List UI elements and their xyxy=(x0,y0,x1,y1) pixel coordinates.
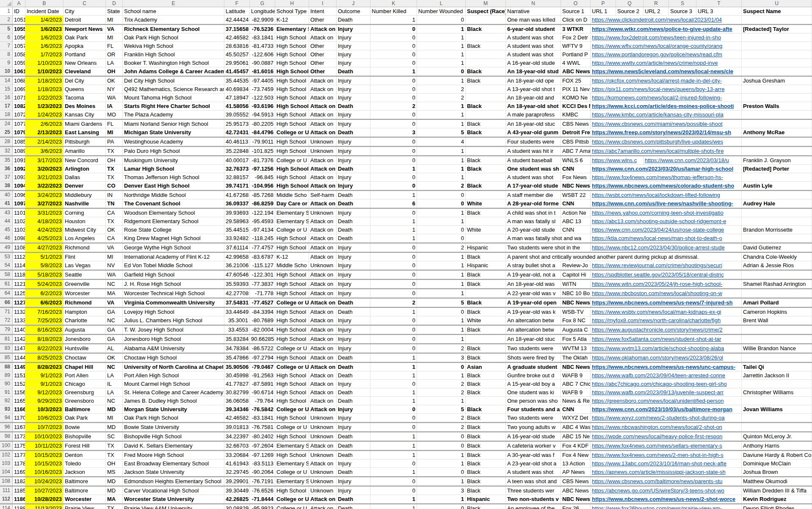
header-cell-city[interactable]: City xyxy=(64,7,106,16)
cell-narrative[interactable]: A man was fatally sl xyxy=(506,217,561,226)
cell-intent[interactable]: Other xyxy=(309,42,337,50)
cell-longitude[interactable]: -115.127 xyxy=(250,261,275,270)
cell-incident-date[interactable]: 3/27/2023 xyxy=(25,199,64,208)
cell-intent[interactable]: Attack on xyxy=(309,271,337,279)
cell-city[interactable]: Amarillo xyxy=(64,147,106,155)
cell-intent[interactable]: Attack on xyxy=(309,156,337,165)
column-header-c[interactable]: C xyxy=(64,0,106,7)
cell-id[interactable]: 1059 xyxy=(13,59,25,67)
row-number[interactable]: 85 xyxy=(0,354,13,362)
row-number[interactable]: 58 xyxy=(0,271,13,279)
cell-suspect-name[interactable]: Daviune Hardy & Robert Co xyxy=(742,451,812,459)
cell-narrative[interactable]: A 23-year-old shot a xyxy=(506,459,561,468)
cell-narrative[interactable]: A 22-year-old was v xyxy=(506,289,561,298)
cell-number-killed[interactable]: 3 xyxy=(370,128,417,137)
cell-longitude[interactable]: -73.7459 xyxy=(250,85,275,94)
cell-narrative[interactable]: A student was shot xyxy=(506,42,561,50)
cell-state[interactable]: GA xyxy=(106,335,123,343)
cell-city[interactable]: Midwest City xyxy=(64,226,106,234)
cell-outcome[interactable]: Injury xyxy=(337,173,370,182)
cell-narrative[interactable]: A student was shot xyxy=(506,173,561,182)
column-header-q[interactable]: Q xyxy=(616,0,644,7)
cell-school-type[interactable]: High School xyxy=(275,243,309,252)
cell-school-type[interactable]: College or U xyxy=(275,468,309,476)
cell-state[interactable]: FL xyxy=(106,42,123,50)
cell-school-type[interactable]: Elementary S xyxy=(275,209,309,217)
cell-number-wounded[interactable]: 5 xyxy=(417,128,466,137)
cell-intent[interactable]: Attack on xyxy=(309,354,337,362)
cell-incident-date[interactable]: 10/6/2023 xyxy=(25,414,64,422)
cell-number-killed[interactable]: 0 xyxy=(370,94,417,102)
cell-incident-date[interactable]: 5/24/2023 xyxy=(25,280,64,288)
cell-outcome[interactable]: Injury xyxy=(337,326,370,334)
cell-number-wounded[interactable]: 1 xyxy=(417,271,466,279)
cell-source-1[interactable]: PIX 11 Nev xyxy=(561,85,591,94)
cell-url-1-link[interactable]: https://www.nbcnews.com/news/us-news/7-i… xyxy=(591,299,742,307)
cell-number-wounded[interactable]: 1 xyxy=(417,33,466,42)
cell-incident-date[interactable]: 8/18/2023 xyxy=(25,335,64,343)
cell-school-name[interactable]: Julius L. Chambers High School xyxy=(123,316,224,325)
cell-intent[interactable]: Unknown xyxy=(309,423,337,432)
cell-suspect-race[interactable] xyxy=(466,289,506,298)
cell-url-1-link[interactable]: https://www.wafb.com/2023/09/13/juvenile… xyxy=(591,388,742,397)
cell-source-1[interactable]: NBC News xyxy=(561,495,591,503)
cell-number-killed[interactable]: 1 xyxy=(370,165,417,173)
header-cell-state[interactable]: State xyxy=(106,7,123,16)
cell-school-type[interactable]: High School xyxy=(275,42,309,50)
cell-narrative[interactable]: An 18-year-old stud xyxy=(506,67,561,76)
cell-url-1-link[interactable]: https://www.wafb.com/2023/09/04/teen-arr… xyxy=(591,371,742,380)
cell-outcome[interactable]: Death xyxy=(337,397,370,405)
cell-intent[interactable]: Attack on xyxy=(309,253,337,261)
cell-outcome[interactable]: Injury xyxy=(337,380,370,388)
cell-school-name[interactable]: Morgan State University xyxy=(123,405,224,414)
cell-suspect-race[interactable]: Black xyxy=(466,405,506,414)
cell-longitude[interactable]: -97.1269 xyxy=(250,451,275,459)
cell-number-wounded[interactable]: 1 xyxy=(417,120,466,128)
cell-outcome[interactable]: Injury xyxy=(337,138,370,146)
cell-id[interactable]: 1057 xyxy=(13,42,25,50)
cell-url-1-link[interactable]: https://www.nbcnews.com/news/us-news/2-s… xyxy=(591,495,742,503)
cell-number-wounded[interactable]: 1 xyxy=(417,209,466,217)
cell-incident-date[interactable]: 3/22/2023 xyxy=(25,182,64,190)
cell-latitude[interactable]: 32.88157 xyxy=(224,173,250,182)
cell-state[interactable]: MA xyxy=(106,495,123,503)
cell-id[interactable]: 1185 xyxy=(13,487,25,495)
cell-narrative[interactable]: A 19-year-old, not a xyxy=(506,271,561,279)
cell-longitude[interactable]: -86.5722 xyxy=(250,344,275,353)
column-header-o[interactable]: O xyxy=(561,0,591,7)
cell-school-name[interactable]: Edmondson Heights Elementary School xyxy=(123,477,224,486)
cell-city[interactable]: Middlebury xyxy=(64,191,106,199)
cell-school-name[interactable]: Mount Tahoma High School xyxy=(123,94,224,102)
cell-id[interactable]: 1186 xyxy=(13,495,25,503)
cell-source-1[interactable]: Detroit Fre xyxy=(561,128,591,137)
cell-source-1[interactable]: KOMO Ne xyxy=(561,94,591,102)
cell-id[interactable]: 1147 xyxy=(13,344,25,353)
cell-outcome[interactable]: Injury xyxy=(337,50,370,59)
cell-narrative[interactable]: A 13-year-old shot t xyxy=(506,85,561,94)
cell-url-1-link[interactable]: https://komonews.com/news/local/2-injure… xyxy=(591,94,742,102)
cell-number-killed[interactable]: 2 xyxy=(370,299,417,307)
cell-incident-date[interactable]: 8/16/2023 xyxy=(25,326,64,334)
cell-school-type[interactable]: High School xyxy=(275,487,309,495)
cell-outcome[interactable]: Injury xyxy=(337,316,370,325)
cell-school-type[interactable]: High School xyxy=(275,33,309,42)
cell-state[interactable]: OH xyxy=(106,459,123,468)
cell-school-type[interactable]: High School xyxy=(275,147,309,155)
cell-outcome[interactable]: Death xyxy=(337,217,370,226)
cell-longitude[interactable]: -122.301 xyxy=(250,271,275,279)
cell-url-1-link[interactable]: https://abc13.com/shooting-outside-schoo… xyxy=(591,217,742,226)
cell-intent[interactable]: Attack on xyxy=(309,495,337,503)
cell-intent[interactable]: Unknown xyxy=(309,138,337,146)
cell-narrative[interactable]: A 19-year-old open xyxy=(506,299,561,307)
cell-incident-date[interactable]: 10/11/2023 xyxy=(25,442,64,450)
cell-latitude[interactable]: 41.61943 xyxy=(224,459,250,468)
cell-url-1-link[interactable]: https://wsbt.com/news/local/lockdown-lif… xyxy=(591,191,742,199)
cell-longitude[interactable]: -97.1256 xyxy=(250,165,275,173)
cell-id[interactable]: 1173 xyxy=(13,432,25,441)
cell-longitude[interactable]: -79.9011 xyxy=(250,138,275,146)
cell-outcome[interactable]: Injury xyxy=(337,477,370,486)
cell-intent[interactable]: Other xyxy=(309,50,337,59)
cell-state[interactable]: SC xyxy=(106,432,123,441)
cell-suspect-name[interactable]: Christopher Williams xyxy=(742,388,812,397)
cell-school-name[interactable]: Carver Vocational High School xyxy=(123,487,224,495)
